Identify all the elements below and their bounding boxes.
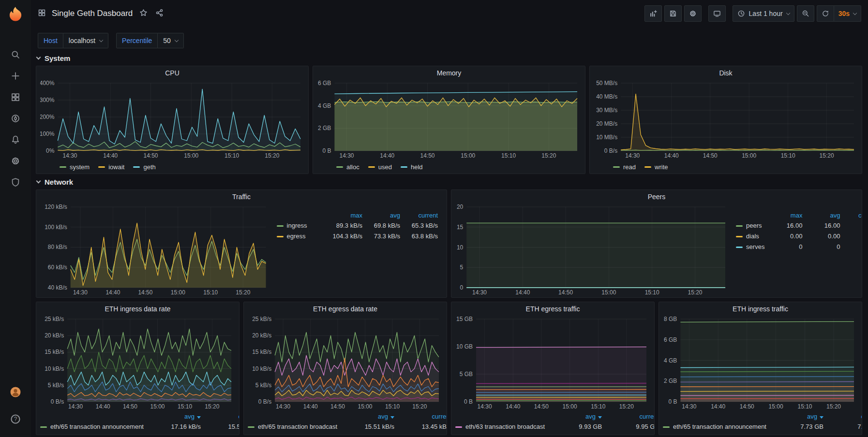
star-button[interactable] <box>138 8 149 19</box>
legend-series-toggle[interactable]: used <box>368 163 392 171</box>
legend-series-toggle[interactable]: held <box>401 163 423 171</box>
eth-egress-data-rate-chart[interactable]: 14:3014:4014:5015:0015:1015:200 B/s5 kB/… <box>248 315 443 410</box>
share-button[interactable] <box>154 8 165 19</box>
add-panel-button[interactable] <box>644 5 662 22</box>
svg-text:0 B/s: 0 B/s <box>604 147 617 154</box>
eth-egress-traffic-chart[interactable]: 14:3014:4014:5015:0015:1015:200 B5 GB10 … <box>455 315 650 410</box>
svg-text:14:30: 14:30 <box>68 403 83 410</box>
legend-col-avg[interactable]: avg <box>147 412 204 421</box>
legend-col-avg[interactable]: avg <box>340 412 397 421</box>
legend-col-avg[interactable]: avg <box>769 412 826 421</box>
search-icon <box>11 50 20 61</box>
legend-series-toggle[interactable]: write <box>644 163 668 171</box>
legend-col-current[interactable]: current <box>204 412 239 421</box>
section-toggle-network[interactable]: Network <box>37 178 862 186</box>
panel-title[interactable]: ETH egress data rate <box>244 302 447 315</box>
legend-col-current[interactable]: current <box>826 412 862 421</box>
time-range-picker[interactable]: Last 1 hour <box>733 5 794 22</box>
dashboard-actions <box>644 5 702 22</box>
panel-title[interactable]: ETH ingress traffic <box>659 302 862 315</box>
svg-text:15:10: 15:10 <box>178 403 192 410</box>
disk-chart[interactable]: 14:3014:4014:5015:0015:1015:200 B/s10 MB… <box>594 79 858 160</box>
svg-text:2 GB: 2 GB <box>664 378 677 384</box>
legend-series-toggle[interactable]: eth/65 transaction announcement <box>660 421 769 432</box>
legend-series-toggle[interactable]: dials <box>733 231 767 241</box>
sidebar-item-alerting[interactable] <box>5 130 26 151</box>
legend-series-toggle[interactable]: eth/63 transaction broadcast <box>452 421 548 432</box>
svg-text:15:20: 15:20 <box>826 403 841 410</box>
help-button[interactable]: ? <box>5 409 26 430</box>
legend-series-toggle[interactable]: geth <box>133 163 155 171</box>
legend-col-current[interactable]: current <box>843 211 862 220</box>
legend-value: 15.51 kB/s <box>340 421 397 432</box>
grafana-logo-icon[interactable] <box>7 6 24 22</box>
legend-col-avg[interactable]: avg <box>548 412 605 421</box>
refresh-button[interactable] <box>817 5 834 22</box>
memory-chart[interactable]: 14:3014:4014:5015:0015:1015:200 B2 GB4 G… <box>317 79 581 160</box>
legend-series-toggle[interactable]: alloc <box>336 163 359 171</box>
panel-peers: Peers14:3014:4014:5015:0015:1015:2005101… <box>451 189 862 298</box>
eth-ingress-traffic-chart[interactable]: 14:3014:4014:5015:0015:1015:200 B2 GB4 G… <box>663 315 858 410</box>
legend-col-max[interactable]: max <box>328 211 365 220</box>
cycle-view-button[interactable] <box>708 5 726 22</box>
legend-series-toggle[interactable]: egress <box>274 231 328 241</box>
legend-series-toggle[interactable]: eth/65 transaction broadcast <box>245 421 340 432</box>
sidebar: ? <box>0 0 31 437</box>
legend-col-current[interactable]: current <box>403 211 441 220</box>
legend-col-avg[interactable]: avg <box>805 211 843 220</box>
zoom-out-button[interactable] <box>797 5 814 22</box>
sidebar-item-search[interactable] <box>5 44 26 66</box>
svg-text:15:00: 15:00 <box>601 289 616 296</box>
legend-series-toggle[interactable]: system <box>60 163 90 171</box>
refresh-interval-picker[interactable]: 30s <box>834 5 861 22</box>
legend-series-toggle[interactable]: ingress <box>274 220 328 231</box>
panel-title[interactable]: CPU <box>36 66 308 79</box>
legend-series-toggle[interactable]: iowait <box>98 163 124 171</box>
eth-ingress-data-rate-chart[interactable]: 14:3014:4014:5015:0015:1015:200 B/s5 kB/… <box>40 315 235 410</box>
traffic-chart[interactable]: 14:3014:4014:5015:0015:1015:2040 kB/s60 … <box>40 203 270 296</box>
legend-col-avg[interactable]: avg <box>365 211 403 220</box>
user-avatar[interactable] <box>5 382 26 403</box>
series-color-dash <box>455 426 462 428</box>
series-color-dash <box>613 166 620 168</box>
legend-row: peers16.0016.0016.00 <box>733 220 862 231</box>
legend-col-max[interactable]: max <box>767 211 805 220</box>
svg-text:15:10: 15:10 <box>385 403 400 410</box>
panel-title[interactable]: ETH egress traffic <box>451 302 654 315</box>
legend-series-toggle[interactable]: peers <box>733 220 767 231</box>
sidebar-item-server-admin[interactable] <box>5 172 26 193</box>
panel-title[interactable]: Traffic <box>36 190 447 203</box>
save-dashboard-button[interactable] <box>664 5 682 22</box>
legend-series-toggle[interactable]: eth/65 transaction announcement <box>37 421 147 432</box>
svg-text:20 MB/s: 20 MB/s <box>596 120 617 127</box>
svg-text:14:50: 14:50 <box>534 403 549 410</box>
legend-col-current[interactable]: current <box>605 412 655 421</box>
svg-text:15:10: 15:10 <box>645 289 659 296</box>
panel-title[interactable]: ETH ingress data rate <box>36 302 239 315</box>
svg-text:15:10: 15:10 <box>798 403 812 410</box>
cpu-chart[interactable]: 14:3014:4014:5015:0015:1015:200%100%200%… <box>40 79 304 160</box>
sidebar-item-explore[interactable] <box>5 108 26 130</box>
sidebar-item-configuration[interactable] <box>5 151 26 172</box>
legend-col-current[interactable]: current <box>397 412 447 421</box>
variable-percentile-value[interactable]: 50 <box>158 33 184 48</box>
svg-text:40 kB/s: 40 kB/s <box>48 284 67 291</box>
sidebar-item-add[interactable] <box>5 66 26 87</box>
panel-title[interactable]: Peers <box>451 190 862 203</box>
section-toggle-system[interactable]: System <box>37 54 862 62</box>
legend-series-toggle[interactable]: serves <box>733 241 767 252</box>
panel-title[interactable]: Memory <box>313 66 585 79</box>
panel-title[interactable]: Disk <box>590 66 862 79</box>
dashboard-settings-button[interactable] <box>684 5 702 22</box>
svg-text:50 MB/s: 50 MB/s <box>596 80 617 87</box>
peers-chart[interactable]: 14:3014:4014:5015:0015:1015:2005101520 <box>455 203 729 296</box>
panel-memory: Memory14:3014:4014:5015:0015:1015:200 B2… <box>313 66 585 174</box>
variable-host-value[interactable]: localhost <box>63 33 108 48</box>
legend-value: 16.00 <box>805 220 843 231</box>
svg-text:40 MB/s: 40 MB/s <box>596 93 617 100</box>
svg-text:15:00: 15:00 <box>769 403 783 410</box>
sidebar-item-dashboards[interactable] <box>5 87 26 108</box>
dashboard-title[interactable]: Single Geth Dasboard <box>52 9 133 18</box>
explore-icon <box>11 114 20 125</box>
legend-series-toggle[interactable]: read <box>613 163 636 171</box>
